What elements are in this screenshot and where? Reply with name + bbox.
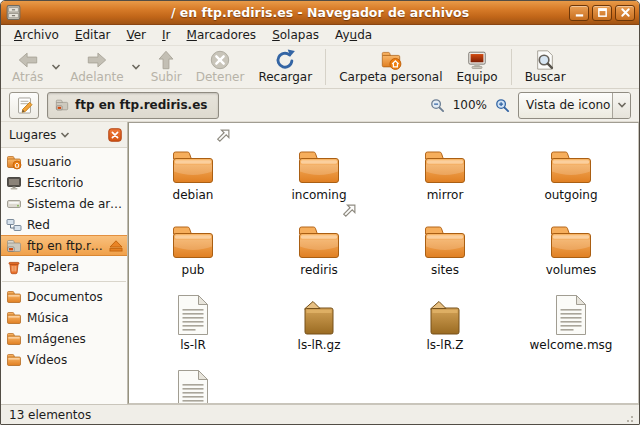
back-history-dropdown[interactable]	[50, 50, 61, 84]
back-arrow-icon	[17, 49, 39, 71]
menu-archivo[interactable]: Archivo	[6, 26, 67, 44]
sidebar-close-button[interactable]	[108, 128, 122, 142]
zoom-out-button[interactable]	[429, 97, 446, 114]
sidebar-item-musica[interactable]: Música	[1, 307, 127, 328]
forward-history-dropdown[interactable]	[131, 50, 142, 84]
file-item-welcome-msg[interactable]: welcome.msg	[512, 279, 630, 354]
file-label: welcome.msg	[530, 338, 613, 352]
view-mode-label: Vista de icono	[519, 93, 612, 118]
icon-view[interactable]: debian incoming mirror outgoing pub	[128, 122, 639, 404]
minimize-icon	[574, 7, 585, 18]
reload-icon	[274, 49, 296, 71]
sidebar-item-sistema[interactable]: Sistema de archi...	[1, 193, 127, 214]
maximize-icon	[597, 7, 608, 18]
file-item-mirror[interactable]: mirror	[386, 129, 504, 204]
zoom-in-icon	[495, 98, 510, 113]
file-label: volumes	[546, 263, 597, 277]
sidebar-item-ftp[interactable]: ftp en ftp.re...	[1, 235, 127, 256]
file-label: ls-lR.Z	[426, 338, 463, 352]
remote-folder-icon	[6, 238, 22, 254]
sidebar-item-documentos[interactable]: Documentos	[1, 286, 127, 307]
menu-marcadores[interactable]: Marcadores	[179, 26, 265, 44]
up-button[interactable]: Subir	[144, 48, 189, 85]
folder-icon	[169, 221, 217, 261]
file-item-volumes[interactable]: volumes	[512, 204, 630, 279]
statusbar: 13 elementos	[1, 404, 639, 424]
forward-button[interactable]: Adelante	[63, 48, 130, 85]
window-title: / en ftp.rediris.es - Navegador de archi…	[1, 5, 639, 20]
close-icon	[620, 7, 631, 18]
minimize-button[interactable]	[569, 5, 589, 21]
folder-icon	[295, 221, 343, 261]
folder-icon	[295, 146, 343, 186]
symlink-emblem-icon	[340, 203, 357, 220]
remote-folder-icon	[54, 98, 70, 112]
menu-ver[interactable]: Ver	[118, 26, 154, 44]
status-text: 13 elementos	[9, 408, 91, 422]
file-item-pub[interactable]: pub	[134, 204, 252, 279]
search-icon	[534, 49, 556, 71]
file-item-rediris[interactable]: rediris	[260, 204, 378, 279]
file-label: incoming	[291, 188, 346, 202]
path-button[interactable]: ftp en ftp.rediris.es	[47, 92, 219, 119]
text-file-icon	[176, 369, 210, 404]
menu-ir[interactable]: Ir	[154, 26, 178, 44]
sidebar-item-escritorio[interactable]: Escritorio	[1, 172, 127, 193]
computer-button[interactable]: Equipo	[450, 48, 505, 85]
home-button[interactable]: Carpeta personal	[332, 48, 449, 85]
stop-icon	[209, 49, 231, 71]
file-item-banner[interactable]: .banner	[134, 354, 252, 404]
folder-icon	[547, 146, 595, 186]
zoom-level: 100%	[453, 98, 487, 112]
folder-icon	[547, 221, 595, 261]
search-button[interactable]: Buscar	[518, 48, 573, 85]
sidebar-item-red[interactable]: Red	[1, 214, 127, 235]
maximize-button[interactable]	[592, 5, 612, 21]
folder-icon	[6, 289, 22, 305]
menu-solapas[interactable]: Solapas	[264, 26, 327, 44]
back-button[interactable]: Atrás	[5, 48, 50, 85]
chevron-down-icon	[617, 101, 627, 109]
menu-editar[interactable]: Editar	[67, 26, 119, 44]
text-file-icon	[554, 294, 588, 336]
titlebar[interactable]: / en ftp.rediris.es - Navegador de archi…	[1, 1, 639, 25]
archive-file-icon	[425, 300, 465, 336]
folder-icon	[6, 310, 22, 326]
file-label: debian	[173, 188, 214, 202]
sidebar-title[interactable]: Lugares	[9, 128, 56, 142]
menu-ayuda[interactable]: Ayuda	[327, 26, 380, 44]
file-item-incoming[interactable]: incoming	[260, 129, 378, 204]
stop-button[interactable]: Detener	[189, 48, 252, 85]
edit-location-button[interactable]	[9, 92, 39, 119]
resize-grip[interactable]	[621, 410, 635, 424]
file-item-ls-lr-z[interactable]: ls-lR.Z	[386, 279, 504, 354]
location-bar: ftp en ftp.rediris.es 100% Vista de icon…	[1, 89, 639, 122]
sidebar-item-imagenes[interactable]: Imágenes	[1, 328, 127, 349]
home-folder-icon	[380, 49, 402, 71]
file-item-sites[interactable]: sites	[386, 204, 504, 279]
toolbar-separator	[511, 49, 512, 85]
file-item-ls-lr-gz[interactable]: ls-lR.gz	[260, 279, 378, 354]
toolbar-separator	[325, 49, 326, 85]
drive-icon	[6, 196, 22, 212]
up-arrow-icon	[155, 49, 177, 71]
sidebar-item-usuario[interactable]: usuario	[1, 151, 127, 172]
sidebar-header: Lugares	[1, 122, 127, 148]
reload-button[interactable]: Recargar	[251, 48, 319, 85]
sidebar-item-papelera[interactable]: Papelera	[1, 256, 127, 277]
menubar: Archivo Editar Ver Ir Marcadores Solapas…	[1, 25, 639, 46]
folder-icon	[6, 352, 22, 368]
file-item-outgoing[interactable]: outgoing	[512, 129, 630, 204]
chevron-down-icon	[51, 63, 61, 71]
eject-icon[interactable]	[109, 240, 123, 252]
file-label: outgoing	[544, 188, 597, 202]
zoom-in-button[interactable]	[494, 97, 511, 114]
sidebar-item-videos[interactable]: Vídeos	[1, 349, 127, 370]
path-label: ftp en ftp.rediris.es	[75, 98, 207, 112]
view-mode-select[interactable]: Vista de icono	[518, 92, 631, 119]
close-button[interactable]	[615, 5, 635, 21]
file-item-debian[interactable]: debian	[134, 129, 252, 204]
file-item-ls-lr[interactable]: ls-lR	[134, 279, 252, 354]
sidebar-divider	[2, 281, 126, 282]
view-mode-dropdown-arrow[interactable]	[612, 93, 630, 118]
